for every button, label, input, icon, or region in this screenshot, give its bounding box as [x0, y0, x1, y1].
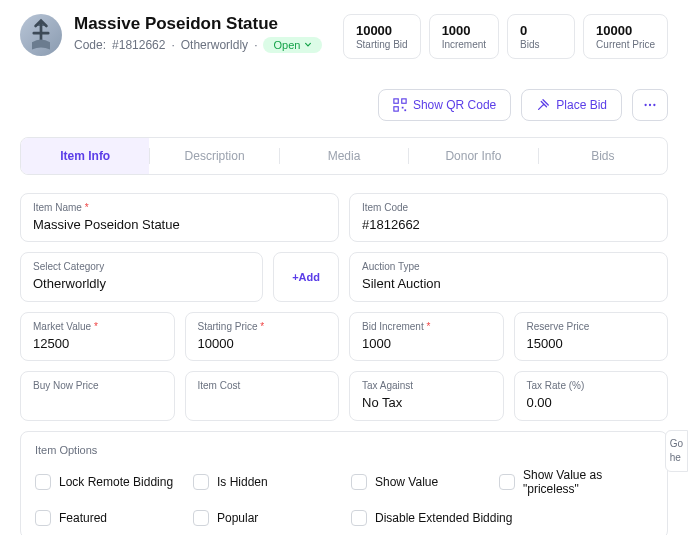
options-title: Item Options	[35, 444, 653, 456]
stat-starting-bid: 10000Starting Bid	[343, 14, 421, 59]
checkbox-icon[interactable]	[193, 474, 209, 490]
checkbox-icon[interactable]	[193, 510, 209, 526]
checkbox-icon[interactable]	[35, 510, 51, 526]
svg-rect-4	[404, 109, 406, 111]
subtitle-row: Code: #1812662 · Otherworldly · Open	[74, 37, 322, 53]
code-prefix: Code:	[74, 38, 106, 52]
header: Massive Poseidon Statue Code: #1812662 ·…	[20, 14, 668, 59]
tab-media[interactable]: Media	[280, 138, 408, 174]
starting-price-field[interactable]: Starting Price *	[185, 312, 340, 361]
status-badge[interactable]: Open	[263, 37, 322, 53]
bid-increment-input[interactable]	[362, 336, 491, 351]
item-name-input[interactable]	[33, 217, 326, 232]
item-title: Massive Poseidon Statue	[74, 14, 322, 34]
svg-rect-0	[394, 99, 398, 103]
svg-rect-2	[394, 107, 398, 111]
tab-donor-info[interactable]: Donor Info	[409, 138, 537, 174]
field-label: Auction Type	[362, 261, 655, 272]
stat-increment: 1000Increment	[429, 14, 499, 59]
stat-current-price: 10000Current Price	[583, 14, 668, 59]
tax-against-field[interactable]: Tax Against No Tax	[349, 371, 504, 421]
form-row-1: Item Name * Item Code	[20, 193, 668, 242]
checkbox-icon[interactable]	[35, 474, 51, 490]
chevron-down-icon	[304, 41, 312, 49]
show-qr-button[interactable]: Show QR Code	[378, 89, 511, 121]
svg-point-5	[644, 104, 646, 106]
item-code-field[interactable]: Item Code	[349, 193, 668, 242]
actions-row: Show QR Code Place Bid	[20, 89, 668, 121]
checkbox-icon[interactable]	[351, 510, 367, 526]
field-label: Item Name *	[33, 202, 326, 213]
item-avatar	[20, 14, 62, 56]
item-cost-field[interactable]: Item Cost	[185, 371, 340, 421]
svg-point-7	[653, 104, 655, 106]
chk-show-priceless[interactable]: Show Value as "priceless"	[499, 468, 653, 496]
buy-now-field[interactable]: Buy Now Price	[20, 371, 175, 421]
header-left: Massive Poseidon Statue Code: #1812662 ·…	[20, 14, 322, 56]
field-label: Item Code	[362, 202, 655, 213]
title-block: Massive Poseidon Statue Code: #1812662 ·…	[74, 14, 322, 53]
stat-bids: 0Bids	[507, 14, 575, 59]
chk-lock-remote[interactable]: Lock Remote Bidding	[35, 468, 185, 496]
market-value-field[interactable]: Market Value *	[20, 312, 175, 361]
form-row-2: Select Category Otherworldly +Add Auctio…	[20, 252, 668, 302]
more-button[interactable]	[632, 89, 668, 121]
category-group: Select Category Otherworldly +Add	[20, 252, 339, 302]
tax-rate-input[interactable]	[527, 395, 656, 410]
checkbox-icon[interactable]	[499, 474, 515, 490]
options-grid: Lock Remote Bidding Is Hidden Show Value…	[35, 468, 653, 526]
item-code-input[interactable]	[362, 217, 655, 232]
svg-point-6	[649, 104, 651, 106]
form-row-3: Market Value * Starting Price * Bid Incr…	[20, 312, 668, 361]
place-bid-button[interactable]: Place Bid	[521, 89, 622, 121]
bid-increment-field[interactable]: Bid Increment *	[349, 312, 504, 361]
buy-now-input[interactable]	[33, 395, 162, 410]
auction-type-field[interactable]: Auction Type Silent Auction	[349, 252, 668, 302]
dots-icon	[643, 98, 657, 112]
add-category-button[interactable]: +Add	[273, 252, 339, 302]
poseidon-icon	[23, 17, 59, 53]
item-options: Item Options Lock Remote Bidding Is Hidd…	[20, 431, 668, 535]
chk-show-value[interactable]: Show Value	[351, 468, 491, 496]
category-value: Otherworldly	[33, 276, 250, 293]
field-label: Select Category	[33, 261, 250, 272]
auction-type-value: Silent Auction	[362, 276, 655, 293]
item-cost-input[interactable]	[198, 395, 327, 410]
category-field[interactable]: Select Category Otherworldly	[20, 252, 263, 302]
item-name-field[interactable]: Item Name *	[20, 193, 339, 242]
tab-item-info[interactable]: Item Info	[21, 138, 149, 174]
stats-row: 10000Starting Bid 1000Increment 0Bids 10…	[343, 14, 668, 59]
tab-bids[interactable]: Bids	[539, 138, 667, 174]
chk-is-hidden[interactable]: Is Hidden	[193, 468, 343, 496]
tab-description[interactable]: Description	[150, 138, 278, 174]
svg-rect-3	[402, 107, 404, 109]
tabs: Item Info Description Media Donor Info B…	[20, 137, 668, 175]
gavel-icon	[536, 98, 550, 112]
reserve-price-input[interactable]	[527, 336, 656, 351]
side-peek: Go he	[665, 430, 688, 472]
reserve-price-field[interactable]: Reserve Price	[514, 312, 669, 361]
tax-rate-field[interactable]: Tax Rate (%)	[514, 371, 669, 421]
qr-icon	[393, 98, 407, 112]
svg-rect-1	[402, 99, 406, 103]
starting-price-input[interactable]	[198, 336, 327, 351]
checkbox-icon[interactable]	[351, 474, 367, 490]
chk-disable-extended[interactable]: Disable Extended Bidding	[351, 510, 653, 526]
chk-popular[interactable]: Popular	[193, 510, 343, 526]
item-category: Otherworldly	[181, 38, 248, 52]
market-value-input[interactable]	[33, 336, 162, 351]
chk-featured[interactable]: Featured	[35, 510, 185, 526]
form-row-4: Buy Now Price Item Cost Tax Against No T…	[20, 371, 668, 421]
item-code: #1812662	[112, 38, 165, 52]
